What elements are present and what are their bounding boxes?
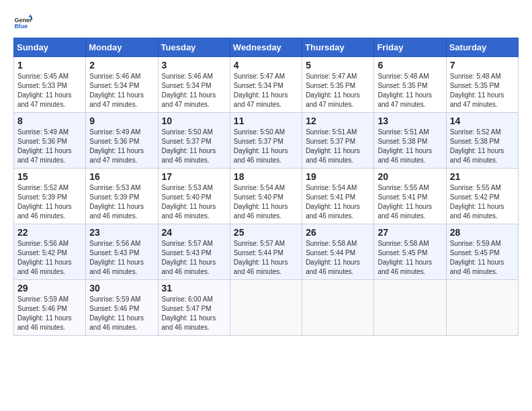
day-number: 26 bbox=[306, 227, 370, 238]
day-number: 31 bbox=[162, 283, 226, 293]
calendar-cell: 18Sunrise: 5:54 AMSunset: 5:40 PMDayligh… bbox=[230, 169, 302, 224]
calendar-cell: 25Sunrise: 5:57 AMSunset: 5:44 PMDayligh… bbox=[230, 224, 302, 280]
day-number: 16 bbox=[89, 171, 154, 182]
calendar-cell: 4Sunrise: 5:47 AMSunset: 5:34 PMDaylight… bbox=[230, 57, 302, 113]
day-number: 24 bbox=[162, 227, 226, 238]
svg-marker-2 bbox=[28, 14, 32, 17]
day-number: 3 bbox=[162, 60, 226, 71]
calendar-cell: 31Sunrise: 6:00 AMSunset: 5:47 PMDayligh… bbox=[158, 280, 230, 336]
page-header: General Blue bbox=[13, 13, 519, 32]
calendar-cell bbox=[302, 280, 374, 336]
calendar-cell: 15Sunrise: 5:52 AMSunset: 5:39 PMDayligh… bbox=[14, 169, 86, 224]
day-info: Sunrise: 5:51 AMSunset: 5:38 PMDaylight:… bbox=[378, 128, 442, 165]
day-number: 28 bbox=[450, 227, 515, 238]
day-info: Sunrise: 5:49 AMSunset: 5:36 PMDaylight:… bbox=[89, 128, 154, 165]
header-sunday: Sunday bbox=[14, 38, 86, 57]
day-number: 18 bbox=[234, 171, 298, 182]
header-monday: Monday bbox=[86, 38, 158, 57]
calendar-cell: 7Sunrise: 5:48 AMSunset: 5:35 PMDaylight… bbox=[446, 57, 518, 113]
calendar-cell: 2Sunrise: 5:46 AMSunset: 5:34 PMDaylight… bbox=[86, 57, 158, 113]
week-row-2: 8Sunrise: 5:49 AMSunset: 5:36 PMDaylight… bbox=[14, 113, 519, 169]
day-info: Sunrise: 5:58 AMSunset: 5:44 PMDaylight:… bbox=[306, 239, 370, 277]
day-info: Sunrise: 5:45 AMSunset: 5:33 PMDaylight:… bbox=[17, 72, 82, 109]
day-number: 15 bbox=[17, 171, 82, 182]
header-tuesday: Tuesday bbox=[158, 38, 230, 57]
day-number: 19 bbox=[306, 171, 370, 182]
logo-icon: General Blue bbox=[13, 13, 32, 32]
calendar-cell: 12Sunrise: 5:51 AMSunset: 5:37 PMDayligh… bbox=[302, 113, 374, 169]
day-info: Sunrise: 5:56 AMSunset: 5:42 PMDaylight:… bbox=[17, 239, 82, 277]
day-number: 11 bbox=[234, 116, 298, 126]
day-info: Sunrise: 5:47 AMSunset: 5:34 PMDaylight:… bbox=[234, 72, 298, 109]
calendar-cell: 5Sunrise: 5:47 AMSunset: 5:35 PMDaylight… bbox=[302, 57, 374, 113]
calendar-cell bbox=[374, 280, 446, 336]
day-info: Sunrise: 5:46 AMSunset: 5:34 PMDaylight:… bbox=[162, 72, 226, 109]
day-number: 13 bbox=[378, 116, 442, 126]
calendar-cell: 23Sunrise: 5:56 AMSunset: 5:43 PMDayligh… bbox=[86, 224, 158, 280]
calendar-cell: 1Sunrise: 5:45 AMSunset: 5:33 PMDaylight… bbox=[14, 57, 86, 113]
day-info: Sunrise: 5:58 AMSunset: 5:45 PMDaylight:… bbox=[378, 239, 442, 277]
day-number: 10 bbox=[162, 116, 226, 126]
day-info: Sunrise: 5:46 AMSunset: 5:34 PMDaylight:… bbox=[89, 72, 154, 109]
calendar-table: SundayMondayTuesdayWednesdayThursdayFrid… bbox=[13, 38, 519, 336]
day-info: Sunrise: 5:56 AMSunset: 5:43 PMDaylight:… bbox=[89, 239, 154, 277]
header-thursday: Thursday bbox=[302, 38, 374, 57]
day-info: Sunrise: 5:48 AMSunset: 5:35 PMDaylight:… bbox=[378, 72, 442, 109]
header-saturday: Saturday bbox=[446, 38, 518, 57]
calendar-cell: 29Sunrise: 5:59 AMSunset: 5:46 PMDayligh… bbox=[14, 280, 86, 336]
header-friday: Friday bbox=[374, 38, 446, 57]
day-number: 6 bbox=[378, 60, 442, 71]
day-number: 4 bbox=[234, 60, 298, 71]
day-number: 21 bbox=[450, 171, 515, 182]
day-info: Sunrise: 5:55 AMSunset: 5:41 PMDaylight:… bbox=[378, 183, 442, 221]
day-info: Sunrise: 5:49 AMSunset: 5:36 PMDaylight:… bbox=[17, 128, 82, 165]
calendar-cell: 28Sunrise: 5:59 AMSunset: 5:45 PMDayligh… bbox=[446, 224, 518, 280]
day-info: Sunrise: 5:51 AMSunset: 5:37 PMDaylight:… bbox=[306, 128, 370, 165]
day-number: 7 bbox=[450, 60, 515, 71]
day-info: Sunrise: 5:52 AMSunset: 5:39 PMDaylight:… bbox=[17, 183, 82, 221]
day-info: Sunrise: 5:54 AMSunset: 5:41 PMDaylight:… bbox=[306, 183, 370, 221]
day-info: Sunrise: 5:59 AMSunset: 5:46 PMDaylight:… bbox=[17, 295, 82, 332]
calendar-cell: 24Sunrise: 5:57 AMSunset: 5:43 PMDayligh… bbox=[158, 224, 230, 280]
day-info: Sunrise: 5:54 AMSunset: 5:40 PMDaylight:… bbox=[234, 183, 298, 221]
day-number: 14 bbox=[450, 116, 515, 126]
day-number: 29 bbox=[17, 283, 82, 293]
day-info: Sunrise: 5:55 AMSunset: 5:42 PMDaylight:… bbox=[450, 183, 515, 221]
calendar-cell: 9Sunrise: 5:49 AMSunset: 5:36 PMDaylight… bbox=[86, 113, 158, 169]
day-info: Sunrise: 5:59 AMSunset: 5:45 PMDaylight:… bbox=[450, 239, 515, 277]
day-info: Sunrise: 5:57 AMSunset: 5:44 PMDaylight:… bbox=[234, 239, 298, 277]
calendar-cell: 11Sunrise: 5:50 AMSunset: 5:37 PMDayligh… bbox=[230, 113, 302, 169]
day-number: 2 bbox=[89, 60, 154, 71]
calendar-cell: 10Sunrise: 5:50 AMSunset: 5:37 PMDayligh… bbox=[158, 113, 230, 169]
day-number: 23 bbox=[89, 227, 154, 238]
day-info: Sunrise: 5:50 AMSunset: 5:37 PMDaylight:… bbox=[234, 128, 298, 165]
logo: General Blue bbox=[13, 13, 32, 32]
day-info: Sunrise: 5:53 AMSunset: 5:39 PMDaylight:… bbox=[89, 183, 154, 221]
day-number: 27 bbox=[378, 227, 442, 238]
calendar-cell: 8Sunrise: 5:49 AMSunset: 5:36 PMDaylight… bbox=[14, 113, 86, 169]
svg-text:Blue: Blue bbox=[14, 23, 28, 30]
calendar-cell: 13Sunrise: 5:51 AMSunset: 5:38 PMDayligh… bbox=[374, 113, 446, 169]
day-number: 5 bbox=[306, 60, 370, 71]
calendar-cell: 20Sunrise: 5:55 AMSunset: 5:41 PMDayligh… bbox=[374, 169, 446, 224]
day-number: 20 bbox=[378, 171, 442, 182]
day-number: 22 bbox=[17, 227, 82, 238]
day-info: Sunrise: 5:59 AMSunset: 5:46 PMDaylight:… bbox=[89, 295, 154, 332]
week-row-5: 29Sunrise: 5:59 AMSunset: 5:46 PMDayligh… bbox=[14, 280, 519, 336]
day-number: 8 bbox=[17, 116, 82, 126]
day-info: Sunrise: 5:50 AMSunset: 5:37 PMDaylight:… bbox=[162, 128, 226, 165]
calendar-cell: 30Sunrise: 5:59 AMSunset: 5:46 PMDayligh… bbox=[86, 280, 158, 336]
day-info: Sunrise: 5:57 AMSunset: 5:43 PMDaylight:… bbox=[162, 239, 226, 277]
calendar-cell: 16Sunrise: 5:53 AMSunset: 5:39 PMDayligh… bbox=[86, 169, 158, 224]
day-number: 9 bbox=[89, 116, 154, 126]
day-number: 25 bbox=[234, 227, 298, 238]
day-number: 12 bbox=[306, 116, 370, 126]
day-number: 17 bbox=[162, 171, 226, 182]
day-info: Sunrise: 6:00 AMSunset: 5:47 PMDaylight:… bbox=[162, 295, 226, 332]
week-row-1: 1Sunrise: 5:45 AMSunset: 5:33 PMDaylight… bbox=[14, 57, 519, 113]
day-info: Sunrise: 5:47 AMSunset: 5:35 PMDaylight:… bbox=[306, 72, 370, 109]
calendar-cell: 3Sunrise: 5:46 AMSunset: 5:34 PMDaylight… bbox=[158, 57, 230, 113]
calendar-cell: 26Sunrise: 5:58 AMSunset: 5:44 PMDayligh… bbox=[302, 224, 374, 280]
calendar-cell bbox=[446, 280, 518, 336]
day-info: Sunrise: 5:48 AMSunset: 5:35 PMDaylight:… bbox=[450, 72, 515, 109]
